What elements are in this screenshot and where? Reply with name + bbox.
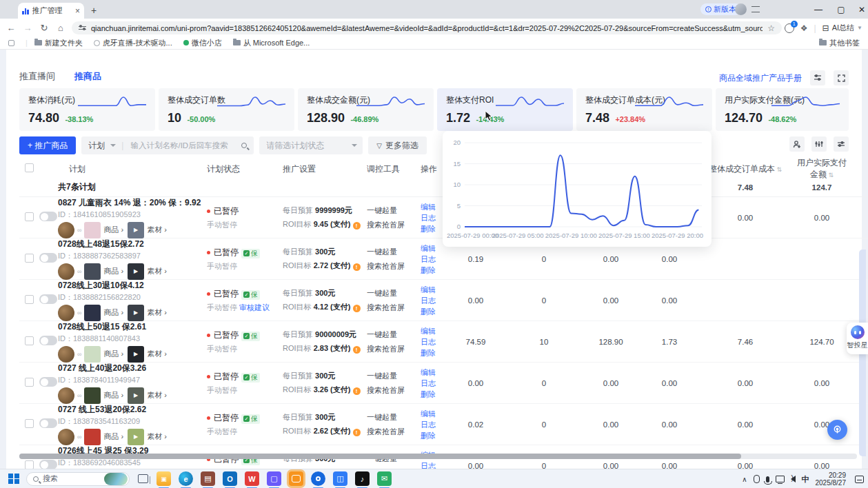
search-top-screen[interactable]: 搜索抢首屏 — [367, 303, 421, 313]
log-link[interactable]: 日志 — [421, 419, 443, 430]
edit-link[interactable]: 编辑 — [421, 367, 443, 378]
search-top-screen[interactable]: 搜索抢首屏 — [367, 344, 421, 354]
app-wechat[interactable]: ✉ — [377, 471, 392, 486]
log-link[interactable]: 日志 — [421, 212, 443, 223]
edit-link[interactable]: 编辑 — [421, 243, 443, 254]
search-icon[interactable] — [241, 143, 247, 148]
product-thumbnail[interactable] — [84, 222, 101, 238]
touchpad-icon[interactable] — [754, 475, 760, 483]
extensions-puzzle-icon[interactable]: ❖ — [800, 23, 808, 33]
sort-icon[interactable]: ⇅ — [775, 166, 782, 173]
delete-link[interactable]: 删除 — [421, 265, 443, 276]
scrollbar-thumb[interactable] — [19, 454, 741, 459]
search-top-screen[interactable]: 搜索抢首屏 — [367, 220, 421, 230]
reload-button[interactable]: ↻ — [36, 23, 52, 33]
delete-link[interactable]: 删除 — [421, 347, 443, 358]
column-header[interactable]: 推广设置 — [283, 163, 367, 175]
material-thumbnail[interactable]: ▶ — [128, 387, 144, 404]
product-thumbnail[interactable] — [84, 429, 101, 445]
horizontal-scrollbar[interactable] — [19, 454, 857, 459]
material-thumbnail[interactable]: ▶ — [128, 222, 144, 238]
card-total-cost[interactable]: 整体消耗(元) 74.80 -38.13% — [19, 88, 155, 131]
window-minimize-button[interactable]: — — [808, 0, 829, 19]
one-click-boost[interactable]: 一键起量 — [367, 412, 421, 423]
product-thumbnail[interactable] — [84, 263, 101, 280]
log-link[interactable]: 日志 — [421, 378, 443, 389]
card-gmv[interactable]: 整体成交金额(元) 128.90 -46.89% — [298, 88, 434, 131]
product-link[interactable]: 商品 › — [103, 307, 123, 318]
log-link[interactable]: 日志 — [421, 336, 443, 347]
app-store[interactable]: ▤ — [201, 471, 215, 486]
one-click-boost[interactable]: 一键起量 — [367, 205, 421, 216]
notification-center-icon[interactable] — [855, 476, 864, 483]
promote-product-button[interactable]: + 推广商品 — [19, 136, 76, 154]
volume-icon[interactable] — [791, 476, 796, 482]
log-link[interactable]: 日志 — [421, 254, 443, 265]
material-link[interactable]: 素材 › — [147, 431, 167, 442]
metric-settings-icon[interactable] — [810, 70, 825, 85]
window-maximize-button[interactable]: ▢ — [831, 0, 851, 19]
taskbar-search[interactable]: 搜索 — [26, 472, 130, 486]
plan-enable-toggle[interactable] — [39, 294, 57, 304]
search-top-screen[interactable]: 搜索抢首屏 — [367, 385, 421, 396]
app-outlook[interactable]: O — [223, 471, 237, 486]
other-bookmarks[interactable]: 其他书签 — [819, 38, 860, 48]
app-blue-square[interactable]: ◫ — [333, 471, 347, 486]
column-header[interactable]: 用户实际支付金额 ⇅ — [794, 157, 849, 181]
app-file-explorer[interactable]: ▣ — [157, 471, 171, 486]
product-thumbnail[interactable] — [84, 305, 101, 321]
material-link[interactable]: 素材 › — [147, 266, 167, 276]
plan-type-select[interactable]: 计划 — [88, 140, 105, 152]
tab-products[interactable]: 推商品 — [74, 70, 101, 83]
one-click-boost[interactable]: 一键起量 — [367, 247, 421, 257]
one-click-boost[interactable]: 一键起量 — [367, 329, 421, 340]
plan-enable-toggle[interactable] — [39, 336, 57, 345]
row-checkbox[interactable] — [25, 295, 34, 304]
export-icon[interactable] — [789, 136, 805, 152]
card-order-cost[interactable]: 整体成交订单成本(元) 7.48 +23.84% — [576, 88, 712, 131]
start-button[interactable] — [8, 474, 19, 485]
new-tab-button[interactable]: + — [91, 5, 97, 16]
row-checkbox[interactable] — [25, 378, 34, 387]
plan-title[interactable]: 0827 儿童雨衣 14% 退：20% 保：9.92 — [58, 197, 207, 209]
edit-link[interactable]: 编辑 — [421, 408, 443, 419]
card-pay-roi[interactable]: 整体支付ROI 1.72 -14.43% — [437, 88, 573, 131]
smart-assistant-widget[interactable]: 智投星 — [847, 323, 868, 354]
site-settings-icon[interactable] — [79, 24, 86, 32]
browser-profile-avatar[interactable] — [735, 3, 747, 15]
customer-service-button[interactable] — [827, 420, 847, 440]
one-click-boost[interactable]: 一键起量 — [367, 371, 421, 381]
row-checkbox[interactable] — [25, 212, 34, 221]
plan-title[interactable]: 0728线上48退15保2.72 — [58, 238, 207, 250]
plan-enable-toggle[interactable] — [39, 418, 57, 428]
product-link[interactable]: 商品 › — [103, 225, 123, 235]
tab-live-room[interactable]: 推直播间 — [19, 70, 55, 83]
microphone-icon[interactable] — [766, 476, 769, 482]
app-edge[interactable]: e — [179, 471, 193, 486]
extension-icon[interactable]: 1 — [785, 23, 794, 33]
bookmark-huya[interactable]: 虎牙直播-技术驱动... — [94, 38, 172, 48]
card-order-count[interactable]: 整体成交订单数 10 -50.00% — [159, 88, 294, 131]
product-link[interactable]: 商品 › — [103, 390, 123, 400]
bookmark-new-folder[interactable]: 新建文件夹 — [34, 38, 83, 48]
custom-columns-icon[interactable] — [811, 136, 827, 152]
bookmark-weixin-store[interactable]: 微信小店 — [183, 38, 222, 48]
column-header[interactable]: 操作 — [421, 163, 443, 175]
app-douyin[interactable]: ♪ — [355, 471, 370, 486]
browser-tab[interactable]: 推广管理 × — [18, 3, 84, 19]
app-meeting[interactable]: ▢ — [267, 471, 281, 486]
plan-title[interactable]: 0728线上30退10保4.12 — [58, 280, 207, 292]
window-close-button[interactable]: ✕ — [851, 0, 868, 19]
product-link[interactable]: 商品 › — [103, 349, 123, 359]
column-header[interactable]: 整体成交 — [849, 163, 868, 175]
network-icon[interactable] — [776, 476, 785, 482]
card-user-paid[interactable]: 用户实际支付金额(元) 124.70 -48.62% — [716, 88, 849, 131]
one-click-boost[interactable]: 一键起量 — [367, 288, 421, 298]
fullscreen-icon[interactable] — [834, 70, 849, 85]
delete-link[interactable]: 删除 — [421, 223, 443, 234]
app-qianniu-active[interactable] — [289, 471, 303, 486]
product-link[interactable]: 商品 › — [103, 431, 123, 442]
product-thumbnail[interactable] — [84, 346, 101, 363]
browser-menu-icon[interactable] — [751, 6, 760, 12]
plan-title[interactable]: 0727 线上40退20保3.26 — [58, 363, 207, 374]
